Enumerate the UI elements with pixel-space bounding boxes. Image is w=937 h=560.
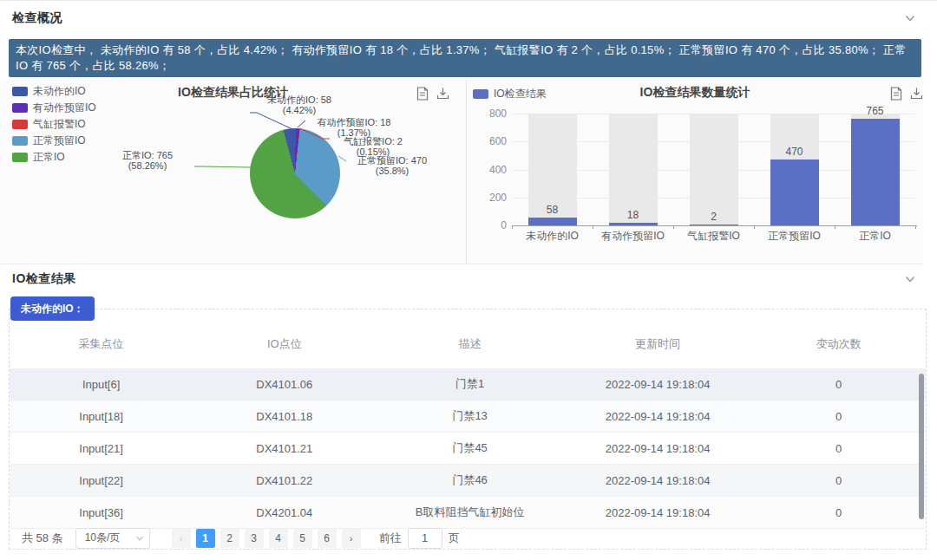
table-row[interactable]: Input[6]DX4101.06门禁12022-09-14 19:18:040	[10, 368, 926, 400]
bar-legend-swatch	[473, 89, 488, 99]
pie-callout-line2: (35.8%)	[327, 166, 457, 176]
pie-callout-line2: (58.26%)	[82, 160, 213, 171]
page-size-value: 10条/页	[85, 531, 121, 545]
download-image-icon[interactable]	[910, 87, 923, 104]
bar-y-tick-label: 800	[472, 107, 507, 120]
bar-series-column[interactable]	[770, 160, 819, 225]
table-cell: 门禁1	[376, 376, 563, 392]
table-row[interactable]: Input[22]DX4101.22门禁462022-09-14 19:18:0…	[10, 465, 926, 497]
pagination-page-button[interactable]: 5	[293, 529, 312, 548]
table-cell: 2022-09-14 19:18:04	[564, 506, 751, 519]
bar-value-label: 18	[593, 209, 673, 221]
pagination-next-button[interactable]: ›	[342, 529, 361, 548]
table-row[interactable]: Input[21]DX4101.21门禁452022-09-14 19:18:0…	[10, 433, 926, 465]
bar-category-label: 正常预留IO	[754, 229, 835, 244]
bar-value-label: 470	[754, 146, 835, 158]
pagination-page-button[interactable]: 6	[318, 529, 337, 548]
table-cell: DX4101.06	[193, 378, 376, 391]
table-scrollbar-thumb[interactable]	[919, 374, 924, 519]
download-image-icon[interactable]	[436, 87, 449, 104]
summary-banner: 本次IO检查中， 未动作的IO 有 58 个，占比 4.42%； 有动作预留IO…	[9, 39, 921, 77]
table-header-cell: 更新时间	[564, 336, 751, 352]
pie-legend-swatch	[12, 136, 28, 146]
pie-legend-item[interactable]: 未动作的IO	[12, 84, 86, 99]
bar-background-column	[690, 114, 738, 225]
goto-label: 前往	[379, 531, 402, 546]
bar-y-tick-label: 400	[472, 164, 507, 176]
data-view-icon[interactable]	[890, 87, 902, 104]
summary-text: 本次IO检查中， 未动作的IO 有 58 个，占比 4.42%； 有动作预留IO…	[16, 42, 914, 74]
table-cell: 2022-09-14 19:18:04	[564, 410, 751, 423]
pie-legend-item[interactable]: 正常预留IO	[12, 133, 86, 148]
pie-legend-item[interactable]: 气缸报警IO	[12, 117, 86, 132]
table-row[interactable]: Input[18]DX4101.18门禁132022-09-14 19:18:0…	[10, 400, 926, 433]
bar-toolbox	[890, 87, 923, 104]
bar-legend-label: IO检查结果	[494, 87, 547, 101]
bar-x-axis-line	[512, 225, 917, 226]
page-size-select[interactable]: 10条/页	[75, 528, 150, 549]
pie-legend-label: 未动作的IO	[33, 84, 86, 99]
table-row[interactable]: Input[36]DX4201.04B取料阻挡气缸初始位2022-09-14 1…	[10, 497, 926, 529]
pie-legend-swatch	[12, 103, 28, 113]
pie-legend-swatch	[12, 120, 28, 129]
table-cell: 0	[751, 474, 926, 487]
pagination-page-button[interactable]: 3	[245, 529, 264, 548]
bar-y-tick-label: 0	[472, 219, 507, 231]
bar-value-label: 58	[512, 204, 593, 216]
pie-callout-label: 正常IO: 765(58.26%)	[82, 150, 213, 171]
table-cell: Input[6]	[10, 378, 193, 391]
table-cell: 0	[751, 410, 926, 423]
bar-y-tick-label: 200	[472, 192, 507, 204]
bar-series-column[interactable]	[528, 218, 577, 225]
pie-callout-label: 气缸报警IO: 2(0.15%)	[308, 136, 438, 157]
table-header-cell: 描述	[376, 336, 563, 352]
bar-y-tick-label: 600	[472, 135, 507, 147]
pie-legend-swatch	[12, 87, 28, 96]
bar-series-column[interactable]	[690, 225, 738, 225]
pie-legend-item[interactable]: 正常IO	[12, 150, 65, 165]
pie-callout-line1: 正常预留IO: 470	[327, 155, 457, 166]
select-chevron-down-icon	[135, 534, 144, 543]
table-cell: DX4101.21	[193, 442, 376, 455]
pie-toolbox	[416, 87, 449, 104]
goto-page-input[interactable]	[408, 528, 442, 549]
bar-category-label: 正常IO	[835, 229, 915, 244]
pie-legend-label: 正常IO	[33, 150, 65, 165]
bar-series-column[interactable]	[851, 119, 900, 225]
data-view-icon[interactable]	[416, 87, 429, 104]
table-cell: Input[21]	[10, 442, 193, 455]
pagination-goto: 前往 页	[379, 528, 460, 549]
pagination-prev-button[interactable]: ‹	[172, 529, 191, 548]
bar-category-label: 有动作预留IO	[593, 229, 673, 244]
pagination-page-button[interactable]: 4	[269, 529, 288, 548]
results-section-title: IO检查结果	[12, 271, 76, 287]
overview-collapse-chevron-icon[interactable]	[904, 12, 916, 24]
pagination-pages: 123456	[193, 529, 339, 548]
bar-x-axis-tick	[915, 225, 916, 229]
goto-page-suffix: 页	[449, 531, 460, 546]
results-collapse-chevron-icon[interactable]	[904, 273, 916, 285]
table-cell: B取料阻挡气缸初始位	[376, 505, 563, 520]
pagination-page-button[interactable]: 2	[220, 529, 239, 548]
table-header-cell: IO点位	[193, 336, 376, 352]
pie-callout-line1: 正常IO: 765	[82, 150, 213, 160]
table-cell: 门禁45	[376, 440, 563, 456]
charts-region: IO检查结果占比统计 未动作的IO有动作预留IO气缸报警IO正常预留IO正常IO…	[0, 80, 923, 264]
bar-series-column[interactable]	[609, 223, 658, 225]
bar-category-label: 气缸报警IO	[673, 229, 754, 244]
table-cell: 2022-09-14 19:18:04	[564, 442, 751, 455]
bar-legend-item[interactable]: IO检查结果	[473, 87, 547, 101]
table-cell: Input[36]	[10, 506, 193, 519]
table-body: Input[6]DX4101.06门禁12022-09-14 19:18:040…	[10, 368, 926, 529]
bar-value-label: 765	[835, 105, 915, 117]
table-header-row: 采集点位IO点位描述更新时间变动次数	[10, 320, 926, 368]
table-header-cell: 变动次数	[751, 336, 926, 352]
pie-callout-line2: (4.42%)	[234, 105, 364, 115]
pagination-page-button[interactable]: 1	[196, 529, 215, 548]
overview-section-title: 检查概况	[12, 10, 62, 26]
pie-callout-label: 未动作的IO: 58(4.42%)	[234, 94, 364, 115]
pie-callout-line1: 气缸报警IO: 2	[308, 136, 438, 147]
pagination-bar: 共 58 条 10条/页 ‹ 123456 › 前往 页	[13, 527, 924, 549]
table-cell: Input[18]	[10, 410, 193, 423]
pie-legend-item[interactable]: 有动作预留IO	[12, 101, 96, 115]
